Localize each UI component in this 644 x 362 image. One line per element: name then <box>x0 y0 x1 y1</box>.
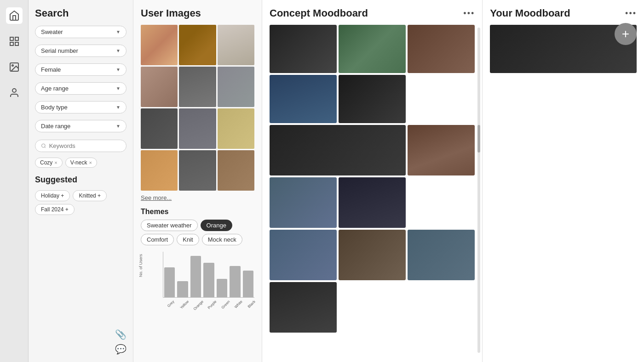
mb-image[interactable] <box>339 177 406 228</box>
nav-user[interactable] <box>6 85 23 101</box>
x-label-orange: Orange <box>189 300 201 304</box>
svg-rect-2 <box>15 42 18 45</box>
scroll-thumb[interactable] <box>477 125 480 153</box>
holiday-suggested-tag[interactable]: Holiday + <box>35 190 70 201</box>
user-image[interactable] <box>141 25 178 65</box>
orange-theme[interactable]: Orange <box>201 220 232 231</box>
sweater-weather-theme[interactable]: Sweater weather <box>141 220 198 231</box>
x-label-white: White <box>230 300 242 304</box>
mb-image[interactable] <box>339 230 406 280</box>
mb-image[interactable] <box>270 230 337 280</box>
remove-tag-icon[interactable]: × <box>54 160 57 165</box>
user-images-panel: User Images See more... Themes Swe <box>133 0 262 362</box>
bar-yellow <box>177 281 188 297</box>
concept-moodboard-title: Concept Moodboard <box>270 7 368 19</box>
user-image[interactable] <box>179 67 216 107</box>
chart-x-labels: Grey Yellow Orange Purple Green White <box>163 298 254 304</box>
nav-image[interactable] <box>6 59 23 75</box>
x-label-purple: Purple <box>204 300 215 304</box>
chevron-icon: ▼ <box>116 48 121 53</box>
keyword-input[interactable] <box>49 142 121 149</box>
bar-orange <box>190 256 201 297</box>
mb-image[interactable] <box>339 75 406 123</box>
bar-white <box>230 266 240 297</box>
user-image[interactable] <box>141 67 178 107</box>
themes-title: Themes <box>141 208 254 216</box>
see-more-link[interactable]: See more... <box>141 194 254 201</box>
comfort-theme[interactable]: Comfort <box>141 234 174 245</box>
user-image[interactable] <box>218 25 254 65</box>
nav-chart[interactable] <box>6 33 23 50</box>
chart-y-label: No. of Users <box>138 254 143 277</box>
mb-image[interactable] <box>408 230 475 280</box>
attachment-icon[interactable]: 📎 <box>115 329 126 340</box>
user-images-title: User Images <box>141 7 201 19</box>
body-filter[interactable]: Body type ▼ <box>35 101 126 113</box>
chevron-icon: ▼ <box>116 67 121 72</box>
user-image[interactable] <box>179 150 216 191</box>
cozy-tag[interactable]: Cozy × <box>35 158 63 168</box>
keyword-search[interactable] <box>35 140 126 152</box>
chevron-icon: ▼ <box>116 105 121 110</box>
bar-rect <box>203 263 214 297</box>
mb-image[interactable] <box>270 177 337 228</box>
left-navigation <box>0 0 29 362</box>
svg-rect-0 <box>10 37 13 40</box>
nav-home[interactable] <box>6 7 23 24</box>
mb-image[interactable] <box>408 125 475 175</box>
sweater-filter[interactable]: Sweater ▼ <box>35 26 126 38</box>
chart-bars-container <box>163 252 254 298</box>
your-moodboard-panel: Your Moodboard ••• + <box>483 0 644 362</box>
svg-point-6 <box>12 89 16 92</box>
mb-image[interactable] <box>270 25 337 73</box>
serial-filter[interactable]: Serial number ▼ <box>35 45 126 57</box>
user-image[interactable] <box>141 150 178 191</box>
user-image[interactable] <box>141 108 178 149</box>
fall2024-suggested-tag[interactable]: Fall 2024 + <box>35 204 75 215</box>
x-label-black: Black <box>243 300 254 304</box>
user-image[interactable] <box>179 25 216 65</box>
add-to-moodboard-button[interactable]: + <box>615 23 637 45</box>
x-label-green: Green <box>217 300 228 304</box>
svg-rect-1 <box>15 37 18 40</box>
bar-purple <box>203 263 214 297</box>
user-image[interactable] <box>218 67 254 107</box>
bar-rect <box>230 266 240 297</box>
mb-image[interactable] <box>408 25 475 73</box>
comment-icon[interactable]: 💬 <box>115 344 126 355</box>
user-image[interactable] <box>218 108 254 149</box>
sidebar: Search Sweater ▼ Serial number ▼ Female … <box>29 0 133 362</box>
user-images-grid <box>141 25 254 191</box>
age-filter[interactable]: Age range ▼ <box>35 82 126 95</box>
date-filter[interactable]: Date range ▼ <box>35 120 126 132</box>
bar-rect <box>164 267 175 297</box>
color-chart: No. of Users <box>141 252 254 327</box>
bar-rect <box>190 256 201 297</box>
female-filter[interactable]: Female ▼ <box>35 63 126 76</box>
user-image[interactable] <box>179 108 216 149</box>
bar-rect <box>217 279 227 297</box>
user-image[interactable] <box>218 150 254 191</box>
x-label-grey: Grey <box>163 300 174 304</box>
concept-moodboard-more[interactable]: ••• <box>463 9 475 18</box>
suggested-title: Suggested <box>35 175 126 185</box>
svg-line-8 <box>45 147 46 148</box>
knitted-suggested-tag[interactable]: Knitted + <box>73 190 107 201</box>
your-moodboard-more[interactable]: ••• <box>625 9 637 18</box>
concept-moodboard-header: Concept Moodboard ••• <box>270 7 475 19</box>
svg-point-5 <box>12 65 13 66</box>
remove-tag-icon[interactable]: × <box>89 160 92 165</box>
active-tags: Cozy × V-neck × <box>35 158 126 168</box>
mb-image[interactable] <box>270 125 406 175</box>
bar-rect <box>243 271 253 297</box>
knit-theme[interactable]: Knit <box>177 234 199 245</box>
sidebar-bottom-icons: 📎 💬 <box>35 324 126 355</box>
mb-image[interactable] <box>339 25 406 73</box>
scroll-track <box>477 28 480 353</box>
mb-image[interactable] <box>270 75 337 123</box>
mb-image[interactable] <box>270 282 337 333</box>
vneck-tag[interactable]: V-neck × <box>65 158 97 168</box>
mock-neck-theme[interactable]: Mock neck <box>202 234 242 245</box>
chevron-icon: ▼ <box>116 124 121 129</box>
search-icon <box>41 143 46 149</box>
